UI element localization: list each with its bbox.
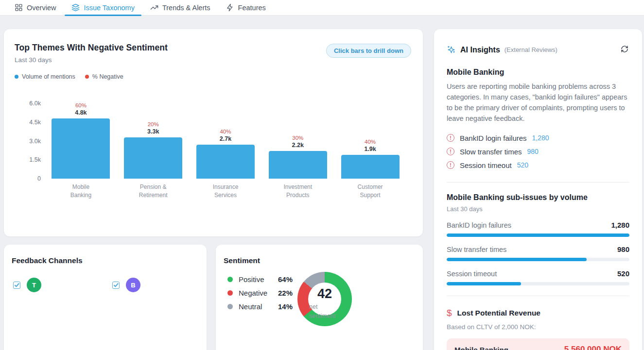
legend-label: % Negative bbox=[92, 73, 123, 80]
sentiment-legend-dot bbox=[227, 304, 233, 309]
subissue-label: Session timeout bbox=[447, 270, 497, 278]
tab-features[interactable]: Features bbox=[218, 0, 274, 16]
top-nav: OverviewIssue TaxonomyTrends & AlertsFea… bbox=[0, 0, 644, 16]
channel-checkbox[interactable] bbox=[13, 282, 20, 289]
revenue-subtitle: Based on CLTV of 2,000 NOK: bbox=[447, 323, 629, 331]
revenue-row-label: Mobile Banking bbox=[454, 346, 508, 350]
net-sentiment-value: 42 bbox=[308, 286, 341, 301]
ai-theme-title: Mobile Banking bbox=[447, 68, 629, 77]
tab-trends-alerts[interactable]: Trends & Alerts bbox=[142, 0, 218, 16]
subissue-value: 1,280 bbox=[611, 221, 629, 229]
sentiment-legend-label: Positive bbox=[239, 275, 278, 283]
ai-insights-header: AI Insights (External Reviews) bbox=[447, 29, 629, 55]
tab-overview[interactable]: Overview bbox=[7, 0, 64, 16]
subissue-row-header: Slow transfer times980 bbox=[447, 245, 629, 253]
ai-issue-row[interactable]: !Slow transfer times980 bbox=[447, 145, 629, 158]
revenue-row-amount: 5,560,000 NOK bbox=[564, 345, 622, 350]
ai-issue-list: !BankID login failures1,280!Slow transfe… bbox=[447, 131, 629, 172]
legend-dot bbox=[85, 75, 89, 79]
ai-summary-text: Users are reporting mobile banking probl… bbox=[447, 81, 629, 124]
bar-pension-retirement[interactable] bbox=[124, 137, 182, 179]
channel-checkbox[interactable] bbox=[112, 282, 120, 289]
bar-insurance-services[interactable] bbox=[196, 145, 255, 179]
bar-column: 60%4.8kMobileBanking bbox=[45, 84, 117, 179]
channel-item: T bbox=[13, 278, 41, 292]
bar-value-label: 3.3k bbox=[147, 128, 159, 135]
sentiment-legend-dot bbox=[227, 277, 233, 282]
themes-card-subtitle: Last 30 days bbox=[15, 56, 168, 64]
revenue-title: Lost Potential Revenue bbox=[457, 309, 540, 317]
ai-insights-panel: AI Insights (External Reviews) Mobile Ba… bbox=[434, 29, 642, 350]
revenue-row: Mobile Banking5,560,000 NOK bbox=[447, 338, 629, 350]
sentiment-title: Sentiment bbox=[216, 245, 423, 265]
subissue-progress-fill bbox=[447, 233, 629, 237]
bar-pct-negative-label: 60% bbox=[75, 102, 87, 108]
sentiment-legend-label: Negative bbox=[239, 289, 278, 297]
bar-customer-support[interactable] bbox=[341, 155, 400, 179]
sentiment-donut-chart: 42 net sentiment bbox=[297, 272, 352, 326]
y-axis-tick: 1.5k bbox=[15, 156, 41, 163]
themes-card-title: Top Themes With Negative Sentiment bbox=[15, 43, 168, 53]
legend-dot bbox=[15, 75, 18, 79]
sentiment-legend-label: Neutral bbox=[239, 302, 278, 311]
issue-count: 980 bbox=[527, 148, 539, 155]
ai-insights-subtitle: (External Reviews) bbox=[505, 46, 557, 53]
legend-item: % Negative bbox=[85, 73, 123, 80]
issue-label: BankID login failures bbox=[460, 134, 527, 142]
top-themes-card: Top Themes With Negative Sentiment Last … bbox=[4, 29, 423, 236]
bar-category-label: Pension &Retirement bbox=[117, 183, 190, 200]
trend-icon bbox=[150, 3, 158, 12]
channel-avatar[interactable]: T bbox=[27, 278, 41, 292]
tab-issue-taxonomy[interactable]: Issue Taxonomy bbox=[64, 0, 142, 16]
ai-insights-title: AI Insights bbox=[460, 46, 500, 54]
bar-value-label: 2.7k bbox=[220, 135, 231, 142]
refresh-icon bbox=[621, 45, 628, 53]
issue-label: Session timeout bbox=[460, 161, 512, 169]
feedback-channels-card: Feedback Channels TB bbox=[4, 245, 207, 350]
refresh-button[interactable] bbox=[620, 44, 629, 55]
bar-pct-negative-label: 40% bbox=[365, 139, 376, 145]
subissue-progress-fill bbox=[447, 258, 587, 261]
donut-center: 42 net sentiment bbox=[308, 283, 341, 316]
ai-issue-row[interactable]: !Session timeout520 bbox=[447, 158, 629, 172]
bar-value-label: 4.8k bbox=[75, 109, 87, 116]
drilldown-hint-button[interactable]: Click bars to drill down bbox=[326, 44, 411, 58]
warning-icon: ! bbox=[447, 161, 454, 169]
bar-investment-products[interactable] bbox=[269, 151, 327, 179]
dollar-icon: $ bbox=[447, 308, 452, 318]
subissue-row-header: Session timeout520 bbox=[447, 269, 629, 278]
y-axis-tick: 6.0k bbox=[15, 100, 41, 107]
subissue-progress-track bbox=[447, 233, 629, 237]
layers-icon bbox=[71, 3, 80, 12]
bar-mobile-banking[interactable] bbox=[52, 118, 110, 179]
subissue-value: 520 bbox=[617, 269, 629, 278]
channel-item: B bbox=[112, 278, 140, 292]
y-axis-tick: 4.5k bbox=[15, 119, 41, 126]
sparkles-icon bbox=[447, 45, 456, 54]
subissue-bars: BankID login failures1,280Slow transfer … bbox=[447, 221, 629, 285]
bar-value-label: 1.9k bbox=[364, 146, 376, 152]
ai-issue-row[interactable]: !BankID login failures1,280 bbox=[447, 131, 629, 145]
bar-category-label: InvestmentProducts bbox=[261, 183, 334, 200]
issue-count: 1,280 bbox=[532, 134, 549, 142]
revenue-header: $ Lost Potential Revenue bbox=[447, 308, 629, 318]
bar-pct-negative-label: 40% bbox=[220, 129, 231, 134]
themes-chart-legend: Volume of mentions% Negative bbox=[15, 73, 423, 80]
bar-pct-negative-label: 20% bbox=[148, 121, 159, 127]
feedback-channels-title: Feedback Channels bbox=[4, 245, 207, 265]
bar-column: 30%2.2kInvestmentProducts bbox=[261, 84, 334, 179]
subissue-row: Slow transfer times980 bbox=[447, 245, 629, 261]
warning-icon: ! bbox=[447, 148, 454, 155]
grid-icon bbox=[15, 3, 23, 12]
bolt-icon bbox=[226, 3, 234, 12]
subissue-progress-track bbox=[447, 282, 629, 285]
sentiment-legend-value: 14% bbox=[278, 302, 293, 311]
sentiment-legend-dot bbox=[227, 290, 233, 296]
tab-label: Trends & Alerts bbox=[162, 4, 210, 12]
channel-avatar[interactable]: B bbox=[126, 278, 140, 292]
subissue-label: BankID login failures bbox=[447, 221, 511, 229]
subissue-row: Session timeout520 bbox=[447, 269, 629, 285]
divider bbox=[447, 296, 629, 296]
subissue-row-header: BankID login failures1,280 bbox=[447, 221, 629, 229]
y-axis-tick: 3.0k bbox=[15, 138, 41, 145]
